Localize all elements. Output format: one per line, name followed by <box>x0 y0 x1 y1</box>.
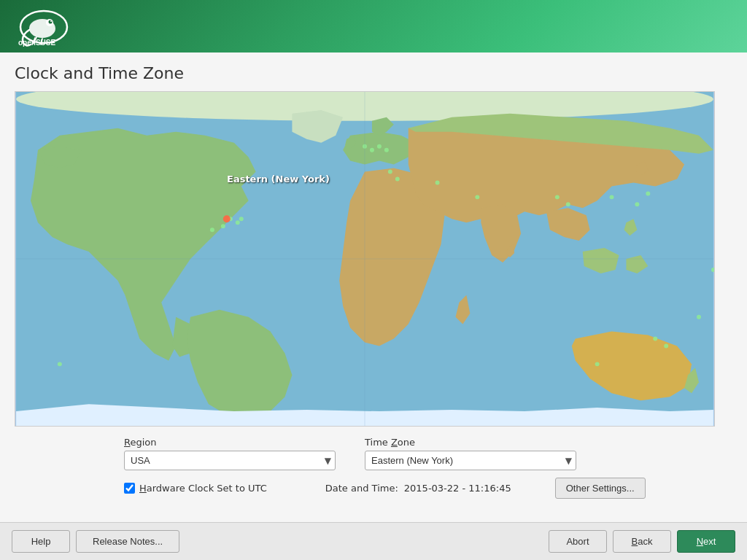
svg-point-21 <box>555 195 560 199</box>
datetime-label: Date and Time: <box>325 483 398 494</box>
right-buttons: Abort Back Next <box>549 530 735 553</box>
world-map-svg <box>15 92 714 426</box>
svg-point-23 <box>610 195 614 199</box>
timezone-dropdown-wrapper: Eastern (New York) Central (Chicago) Mou… <box>365 451 576 470</box>
svg-point-16 <box>384 148 389 152</box>
svg-point-32 <box>223 215 231 222</box>
region-dropdown-wrapper: USA Europe Asia Africa Australia ▼ <box>124 451 336 470</box>
hardware-clock-checkbox-area: Hardware Clock Set to UTC <box>124 483 267 494</box>
svg-point-25 <box>646 191 650 195</box>
left-buttons: Help Release Notes... <box>12 530 179 553</box>
region-select[interactable]: USA Europe Asia Africa Australia <box>124 451 336 470</box>
svg-point-27 <box>664 343 668 348</box>
timezone-label-text: Time Zone <box>365 437 576 448</box>
next-button[interactable]: Next <box>677 530 735 553</box>
controls-area: Region USA Europe Asia Africa Australia … <box>15 427 732 505</box>
main-content: Clock and Time Zone <box>0 52 747 560</box>
page-title: Clock and Time Zone <box>15 64 732 82</box>
world-map[interactable]: Eastern (New York) <box>15 91 715 427</box>
svg-point-28 <box>58 362 62 366</box>
datetime-value: 2015-03-22 - 11:16:45 <box>404 483 511 494</box>
svg-point-22 <box>566 202 570 206</box>
back-button[interactable]: Back <box>613 530 671 553</box>
svg-point-15 <box>377 144 382 149</box>
other-settings-button[interactable]: Other Settings... <box>555 478 646 499</box>
svg-point-17 <box>388 170 392 174</box>
svg-point-18 <box>395 176 400 181</box>
svg-point-26 <box>653 337 657 341</box>
opensuse-logo: openSUSE <box>15 7 80 47</box>
svg-point-11 <box>210 228 214 232</box>
abort-button[interactable]: Abort <box>549 530 607 553</box>
svg-point-10 <box>236 220 240 225</box>
header: openSUSE <box>0 0 747 52</box>
svg-text:openSUSE: openSUSE <box>18 39 55 47</box>
release-notes-button[interactable]: Release Notes... <box>76 530 179 553</box>
svg-point-29 <box>595 362 600 366</box>
timezone-field-group: Time Zone Eastern (New York) Central (Ch… <box>365 437 576 470</box>
svg-point-24 <box>635 202 639 206</box>
second-row-controls: Hardware Clock Set to UTC Date and Time:… <box>124 478 732 499</box>
svg-point-3 <box>49 20 53 23</box>
svg-point-4 <box>50 20 52 22</box>
hardware-clock-checkbox[interactable] <box>124 483 135 494</box>
logo-area: openSUSE <box>15 7 80 47</box>
timezone-select[interactable]: Eastern (New York) Central (Chicago) Mou… <box>365 451 576 470</box>
help-button[interactable]: Help <box>12 530 70 553</box>
button-bar: Help Release Notes... Abort Back Next <box>0 522 747 560</box>
svg-point-30 <box>697 315 701 319</box>
svg-point-14 <box>370 148 374 152</box>
region-field-group: Region USA Europe Asia Africa Australia … <box>124 437 336 470</box>
svg-point-19 <box>436 180 440 184</box>
region-label: Region <box>124 437 336 448</box>
dropdowns-row: Region USA Europe Asia Africa Australia … <box>15 437 732 470</box>
datetime-area: Date and Time: 2015-03-22 - 11:16:45 <box>325 483 511 494</box>
hardware-clock-label: Hardware Clock Set to UTC <box>139 483 267 494</box>
svg-point-8 <box>221 224 225 228</box>
svg-point-12 <box>239 217 244 221</box>
svg-point-20 <box>475 195 479 199</box>
